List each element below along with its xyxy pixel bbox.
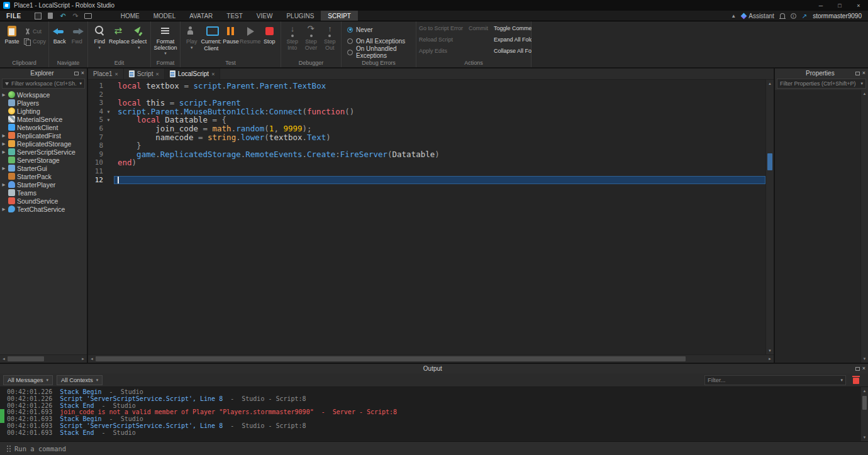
- notifications-bell-icon[interactable]: [780, 13, 785, 18]
- code-line-4[interactable]: 4▼script.Parent.MouseButton1Click:Connec…: [88, 107, 765, 116]
- code-line-12[interactable]: 12: [88, 176, 765, 185]
- scroll-down-icon[interactable]: ▼: [768, 347, 772, 354]
- filter-dropdown-icon[interactable]: ▾: [79, 81, 82, 86]
- expand-arrow-icon[interactable]: ▶: [1, 207, 6, 212]
- explorer-item-players[interactable]: Players: [0, 99, 87, 107]
- code-area[interactable]: 1local textbox = script.Parent.Parent.Te…: [88, 80, 765, 354]
- assistant-button[interactable]: Assistant: [742, 13, 774, 19]
- stop-button[interactable]: Stop: [260, 23, 279, 45]
- code-text[interactable]: game.ReplicatedStorage.RemoteEvents.Crea…: [114, 150, 765, 159]
- code-text[interactable]: namecode = string.lower(textbox.Text): [114, 133, 765, 142]
- resume-button[interactable]: Resume: [240, 23, 260, 45]
- code-text[interactable]: local this = script.Parent: [114, 99, 765, 107]
- close-button[interactable]: ×: [849, 0, 868, 11]
- close-tab-icon[interactable]: ×: [115, 71, 118, 77]
- select-dropdown-icon[interactable]: ▾: [138, 46, 140, 50]
- explorer-item-teams[interactable]: Teams: [0, 189, 87, 197]
- menu-tab-script[interactable]: SCRIPT: [321, 11, 358, 21]
- editor-tab-localscript[interactable]: LocalScript×: [165, 69, 221, 79]
- float-panel-icon[interactable]: [855, 72, 860, 75]
- line-number[interactable]: 5: [88, 116, 103, 124]
- expand-arrow-icon[interactable]: ▶: [1, 150, 6, 155]
- explorer-item-soundservice[interactable]: SoundService: [0, 197, 87, 205]
- expand-arrow-icon[interactable]: ▶: [1, 166, 6, 171]
- save-icon[interactable]: [34, 12, 42, 19]
- pause-on-never-radio[interactable]: Never: [347, 24, 416, 35]
- pause-button[interactable]: Pause: [221, 23, 240, 45]
- back-button[interactable]: Back: [51, 23, 69, 45]
- scroll-up-icon[interactable]: ▲: [768, 80, 772, 87]
- line-number[interactable]: 2: [88, 90, 103, 99]
- expand-arrow-icon[interactable]: ▶: [1, 133, 6, 138]
- scroll-left-icon[interactable]: ◄: [88, 357, 96, 361]
- close-panel-icon[interactable]: ×: [862, 366, 865, 371]
- line-number[interactable]: 8: [88, 141, 103, 150]
- menu-tab-home[interactable]: HOME: [114, 11, 147, 21]
- output-line[interactable]: 00:42:01.226 Script 'ServerScriptService…: [0, 396, 860, 403]
- scroll-down-icon[interactable]: ▼: [863, 355, 867, 363]
- code-text[interactable]: local Datatable = {: [114, 116, 765, 124]
- explorer-item-textchatservice[interactable]: ▶TextChatService: [0, 205, 87, 213]
- username[interactable]: stormmaster9090: [813, 13, 862, 19]
- editor-tab-script[interactable]: Script×: [124, 69, 165, 79]
- close-tab-icon[interactable]: ×: [155, 71, 159, 77]
- code-text[interactable]: }: [114, 141, 765, 150]
- filter-history-dropdown-icon[interactable]: ▾: [840, 378, 843, 383]
- float-panel-icon[interactable]: [74, 72, 79, 75]
- expand-arrow-icon[interactable]: ▶: [1, 141, 6, 146]
- code-line-1[interactable]: 1local textbox = script.Parent.Parent.Te…: [88, 82, 765, 90]
- editor-tab-place1[interactable]: Place1×: [88, 69, 124, 79]
- explorer-item-serverstorage[interactable]: ServerStorage: [0, 156, 87, 164]
- scroll-up-icon[interactable]: ▲: [863, 90, 867, 97]
- format-dropdown-icon[interactable]: ▾: [164, 52, 167, 55]
- minimize-button[interactable]: ─: [811, 0, 830, 11]
- code-text[interactable]: [114, 176, 765, 185]
- redo-icon[interactable]: ↷: [72, 12, 80, 19]
- play-button[interactable]: Play ▾: [182, 23, 201, 50]
- editor-vscrollbar[interactable]: ▲ ▼: [765, 80, 774, 354]
- line-number[interactable]: 7: [88, 133, 103, 142]
- code-line-11[interactable]: 11: [88, 167, 765, 176]
- close-panel-icon[interactable]: ×: [862, 70, 865, 76]
- line-number[interactable]: 1: [88, 82, 103, 90]
- expand-arrow-icon[interactable]: ▶: [1, 92, 6, 97]
- code-line-10[interactable]: 10end): [88, 158, 765, 167]
- code-text[interactable]: end): [114, 158, 765, 167]
- code-text[interactable]: local textbox = script.Parent.Parent.Tex…: [114, 82, 765, 90]
- menu-tab-plugins[interactable]: PLUGINS: [279, 11, 321, 21]
- fold-arrow-icon[interactable]: ▼: [103, 116, 114, 124]
- go-to-script-error-button[interactable]: Go to Script Error: [419, 23, 463, 34]
- step-over-button[interactable]: Step Over: [302, 23, 321, 51]
- close-tab-icon[interactable]: ×: [211, 71, 214, 77]
- messages-filter-dropdown[interactable]: All Messages ▾: [3, 375, 53, 385]
- scroll-thumb[interactable]: [767, 153, 772, 170]
- explorer-item-replicatedfirst[interactable]: ▶ReplicatedFirst: [0, 131, 87, 140]
- paste-icon[interactable]: [47, 12, 55, 19]
- explorer-item-replicatedstorage[interactable]: ▶ReplicatedStorage: [0, 140, 87, 148]
- find-dropdown-icon[interactable]: ▾: [98, 46, 101, 50]
- editor-hscrollbar[interactable]: ◄ ►: [88, 354, 774, 363]
- screenshot-icon[interactable]: [84, 12, 92, 19]
- collapse-ribbon-icon[interactable]: ▲: [731, 13, 736, 19]
- code-line-3[interactable]: 3local this = script.Parent: [88, 99, 765, 107]
- paste-button[interactable]: Paste: [2, 23, 22, 45]
- code-line-8[interactable]: 8 }: [88, 141, 765, 150]
- pause-on-unhandled-exceptions-radio[interactable]: On Unhandled Exceptions: [347, 47, 416, 58]
- undo-icon[interactable]: ↶: [59, 12, 67, 19]
- scroll-right-icon[interactable]: ►: [79, 357, 87, 361]
- play-dropdown-icon[interactable]: ▾: [191, 46, 193, 50]
- scroll-left-icon[interactable]: ◄: [0, 357, 8, 361]
- scroll-thumb[interactable]: [96, 356, 686, 361]
- step-into-button[interactable]: Step Into: [283, 23, 302, 51]
- contexts-filter-dropdown[interactable]: All Contexts ▾: [57, 375, 103, 385]
- maximize-button[interactable]: □: [830, 0, 849, 11]
- float-panel-icon[interactable]: [855, 367, 860, 371]
- scroll-down-icon[interactable]: ▼: [863, 434, 867, 441]
- code-text[interactable]: join_code = math.random(1, 9999);: [114, 124, 765, 133]
- code-line-7[interactable]: 7 namecode = string.lower(textbox.Text): [88, 133, 765, 142]
- code-line-5[interactable]: 5▼ local Datatable = {: [88, 116, 765, 124]
- copy-button[interactable]: Copy: [24, 38, 46, 45]
- share-icon[interactable]: ↗: [802, 13, 807, 19]
- filter-dropdown-icon[interactable]: ▾: [860, 81, 863, 86]
- properties-filter-input[interactable]: Filter Properties (Ctrl+Shift+P) ▾: [777, 79, 866, 89]
